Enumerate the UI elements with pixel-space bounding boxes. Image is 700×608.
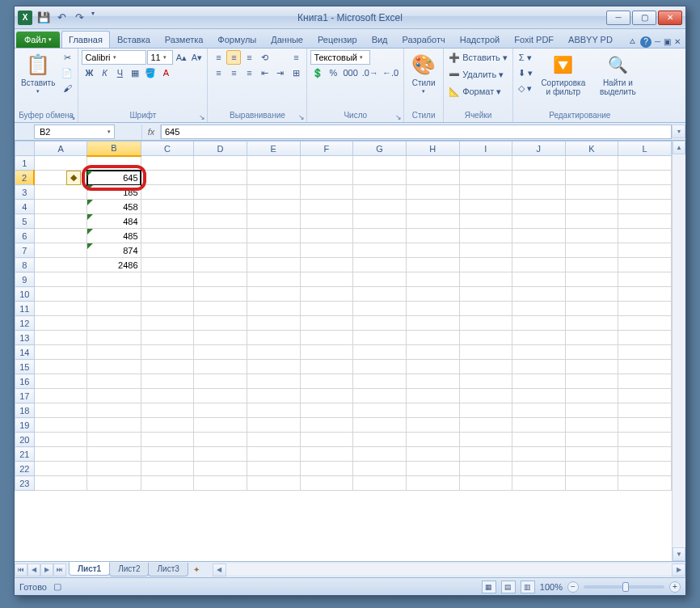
cell-A13[interactable] bbox=[34, 331, 87, 345]
cell-F8[interactable] bbox=[300, 258, 353, 272]
cell-A23[interactable] bbox=[34, 476, 87, 491]
sort-filter-button[interactable]: 🔽 Сортировка и фильтр bbox=[536, 50, 591, 98]
ribbon-tab-главная[interactable]: Главная bbox=[61, 31, 110, 48]
cell-I13[interactable] bbox=[459, 331, 512, 345]
cell-L6[interactable] bbox=[618, 229, 672, 243]
row-header-1[interactable]: 1 bbox=[15, 156, 35, 171]
cell-B6[interactable]: 485 bbox=[87, 229, 141, 243]
cell-E1[interactable] bbox=[247, 156, 300, 171]
cell-L4[interactable] bbox=[618, 200, 672, 214]
cell-F7[interactable] bbox=[300, 243, 353, 258]
cell-K18[interactable] bbox=[565, 403, 618, 418]
cell-L17[interactable] bbox=[618, 389, 672, 403]
cell-J4[interactable] bbox=[512, 200, 566, 214]
cell-D3[interactable] bbox=[194, 185, 247, 200]
cell-K22[interactable] bbox=[565, 462, 618, 476]
cell-E9[interactable] bbox=[247, 272, 300, 287]
error-smart-tag[interactable]: ◆ bbox=[66, 171, 81, 185]
ribbon-tab-вид[interactable]: Вид bbox=[365, 31, 395, 48]
doc-close[interactable]: ✕ bbox=[674, 37, 681, 46]
cell-A22[interactable] bbox=[34, 462, 87, 476]
name-box[interactable]: B2 bbox=[34, 125, 115, 139]
cell-B5[interactable]: 484 bbox=[87, 214, 141, 229]
align-bottom[interactable]: ≡ bbox=[242, 50, 256, 65]
row-header-21[interactable]: 21 bbox=[15, 447, 35, 462]
inc-decimal[interactable]: .0→ bbox=[361, 65, 380, 80]
cell-C15[interactable] bbox=[141, 360, 194, 374]
cell-F12[interactable] bbox=[300, 316, 353, 331]
row-header-18[interactable]: 18 bbox=[15, 403, 35, 418]
cell-E10[interactable] bbox=[247, 287, 300, 302]
cell-F14[interactable] bbox=[300, 345, 353, 360]
row-header-22[interactable]: 22 bbox=[15, 462, 35, 476]
view-normal[interactable]: ▦ bbox=[482, 581, 496, 593]
cell-A3[interactable] bbox=[34, 185, 87, 200]
cell-K9[interactable] bbox=[565, 272, 618, 287]
cell-F19[interactable] bbox=[300, 418, 353, 433]
cell-F5[interactable] bbox=[300, 214, 353, 229]
cell-E2[interactable] bbox=[247, 171, 300, 185]
maximize-button[interactable]: ▢ bbox=[632, 11, 656, 25]
cell-B12[interactable] bbox=[87, 316, 141, 331]
font-dialog-launcher[interactable]: ↘ bbox=[199, 113, 205, 121]
sheet-tab-Лист1[interactable]: Лист1 bbox=[69, 562, 110, 576]
cell-D20[interactable] bbox=[194, 433, 247, 447]
cell-J16[interactable] bbox=[512, 374, 566, 389]
cell-L19[interactable] bbox=[618, 418, 672, 433]
cell-I21[interactable] bbox=[459, 447, 512, 462]
cell-G15[interactable] bbox=[353, 360, 407, 374]
col-header-L[interactable]: L bbox=[618, 141, 672, 156]
cell-J2[interactable] bbox=[512, 171, 566, 185]
insert-cells-button[interactable]: ➕ Вставить ▾ bbox=[447, 50, 509, 65]
cell-I8[interactable] bbox=[459, 258, 512, 272]
cell-L22[interactable] bbox=[618, 462, 672, 476]
cell-A19[interactable] bbox=[34, 418, 87, 433]
cell-C13[interactable] bbox=[141, 331, 194, 345]
cell-J15[interactable] bbox=[512, 360, 566, 374]
cell-D7[interactable] bbox=[194, 243, 247, 258]
cell-D15[interactable] bbox=[194, 360, 247, 374]
cell-G23[interactable] bbox=[353, 476, 407, 491]
cell-E20[interactable] bbox=[247, 433, 300, 447]
row-header-2[interactable]: 2 bbox=[15, 171, 35, 185]
row-header-14[interactable]: 14 bbox=[15, 345, 35, 360]
delete-cells-button[interactable]: ➖ Удалить ▾ bbox=[447, 67, 509, 82]
cell-H6[interactable] bbox=[406, 229, 459, 243]
fill-color-button[interactable]: 🪣 bbox=[143, 65, 158, 80]
copy-button[interactable]: 📄 bbox=[60, 65, 74, 80]
cell-K16[interactable] bbox=[565, 374, 618, 389]
cell-G5[interactable] bbox=[353, 214, 407, 229]
cell-J14[interactable] bbox=[512, 345, 566, 360]
cell-I16[interactable] bbox=[459, 374, 512, 389]
currency-button[interactable]: 💲 bbox=[310, 65, 325, 80]
cell-K10[interactable] bbox=[565, 287, 618, 302]
cell-D4[interactable] bbox=[194, 200, 247, 214]
cell-D19[interactable] bbox=[194, 418, 247, 433]
cell-H23[interactable] bbox=[406, 476, 459, 491]
cell-A15[interactable] bbox=[34, 360, 87, 374]
cell-E12[interactable] bbox=[247, 316, 300, 331]
cell-B2[interactable]: 645 bbox=[87, 171, 141, 185]
cell-H11[interactable] bbox=[406, 302, 459, 316]
row-header-23[interactable]: 23 bbox=[15, 476, 35, 491]
cell-K5[interactable] bbox=[565, 214, 618, 229]
cell-J17[interactable] bbox=[512, 389, 566, 403]
cell-B23[interactable] bbox=[87, 476, 141, 491]
cell-K6[interactable] bbox=[565, 229, 618, 243]
cell-L13[interactable] bbox=[618, 331, 672, 345]
cell-G17[interactable] bbox=[353, 389, 407, 403]
cell-A16[interactable] bbox=[34, 374, 87, 389]
cell-J8[interactable] bbox=[512, 258, 566, 272]
scroll-track-v[interactable] bbox=[673, 154, 685, 547]
border-button[interactable]: ▦ bbox=[128, 65, 142, 80]
cell-H14[interactable] bbox=[406, 345, 459, 360]
cell-D13[interactable] bbox=[194, 331, 247, 345]
cell-F2[interactable] bbox=[300, 171, 353, 185]
cell-J13[interactable] bbox=[512, 331, 566, 345]
cell-I12[interactable] bbox=[459, 316, 512, 331]
cell-L11[interactable] bbox=[618, 302, 672, 316]
sheet-next[interactable]: ▶ bbox=[40, 564, 53, 576]
cell-H20[interactable] bbox=[406, 433, 459, 447]
cell-H13[interactable] bbox=[406, 331, 459, 345]
undo-button[interactable]: ↶ bbox=[53, 10, 70, 26]
